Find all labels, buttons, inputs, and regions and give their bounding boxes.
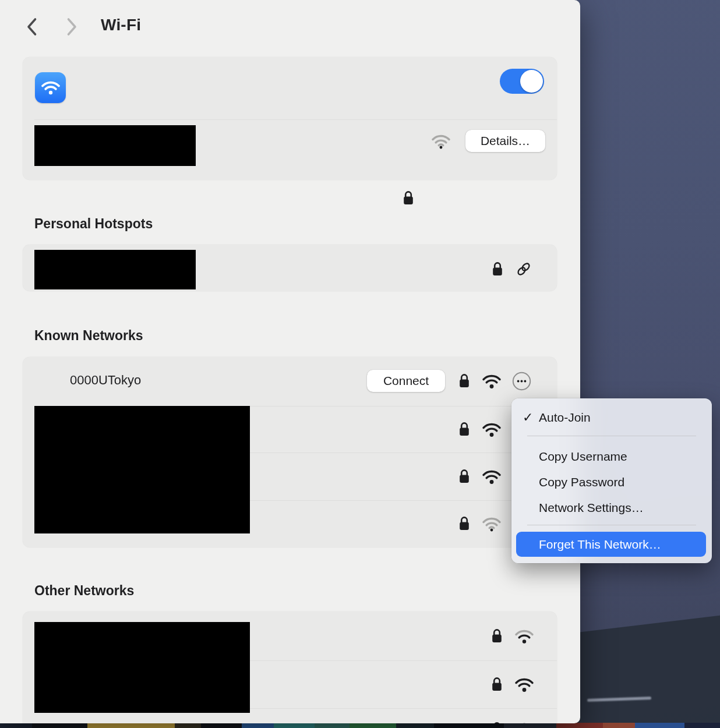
wifi-signal-icon [482, 422, 502, 440]
redacted-network-name [34, 125, 196, 166]
dock-icon [315, 723, 350, 728]
dock-icon [32, 723, 87, 728]
details-button[interactable]: Details… [465, 130, 545, 152]
menu-item-copy-username[interactable]: Copy Username [511, 444, 712, 469]
system-settings-window: Wi-Fi Wi-Fi [0, 0, 580, 723]
ellipsis-circle-icon [510, 386, 534, 395]
wifi-signal-icon [514, 722, 534, 723]
link-icon [516, 261, 531, 279]
dock-icon [603, 723, 635, 728]
dock-icon [201, 723, 242, 728]
menu-item-label: Auto-Join [539, 411, 591, 425]
more-options-button[interactable] [510, 369, 534, 395]
back-button[interactable] [23, 16, 41, 38]
lock-icon [458, 515, 470, 534]
lock-icon [458, 421, 470, 440]
dock-icon [556, 723, 603, 728]
checkmark-icon: ✓ [523, 410, 533, 425]
menu-item-label: Copy Password [539, 475, 624, 489]
redacted-network-names [34, 622, 250, 713]
lock-icon [491, 676, 503, 695]
lock-icon [403, 190, 414, 208]
menu-item-auto-join[interactable]: ✓ Auto-Join [511, 405, 712, 430]
redacted-hotspot-name [34, 250, 196, 289]
dock-icon [0, 723, 32, 728]
dock-icon [635, 723, 684, 728]
wifi-toggle-card: Wi-Fi Details… [23, 57, 557, 180]
forward-button[interactable] [63, 16, 80, 38]
known-networks-card: 0000UTokyo Connect [23, 357, 557, 547]
wifi-signal-icon [482, 469, 502, 487]
lock-icon [491, 628, 503, 646]
chevron-right-icon [65, 30, 78, 38]
menu-item-label: Forget This Network… [539, 538, 661, 552]
section-heading-known-networks: Known Networks [34, 328, 143, 344]
section-heading-personal-hotspots: Personal Hotspots [34, 216, 153, 232]
menu-item-network-settings[interactable]: Network Settings… [511, 495, 712, 521]
wifi-toggle[interactable] [500, 69, 544, 94]
network-context-menu: ✓ Auto-Join Copy Username Copy Password … [511, 398, 712, 563]
network-name: 0000UTokyo [70, 373, 141, 388]
dock[interactable] [0, 723, 720, 728]
divider [34, 119, 557, 120]
section-heading-other-networks: Other Networks [34, 583, 134, 599]
menu-item-copy-password[interactable]: Copy Password [511, 469, 712, 495]
dock-icon [242, 723, 274, 728]
menu-separator [527, 525, 696, 525]
dock-icon [434, 723, 504, 728]
menu-item-label: Network Settings… [539, 501, 644, 515]
dock-icon [684, 723, 720, 728]
lock-icon [458, 373, 470, 391]
wifi-signal-icon [514, 628, 534, 646]
page-title: Wi-Fi [101, 16, 141, 34]
personal-hotspots-card [23, 245, 557, 291]
other-networks-card [23, 612, 557, 723]
chevron-left-icon [26, 30, 38, 38]
wifi-signal-icon [482, 373, 502, 391]
menu-item-label: Copy Username [539, 450, 627, 464]
lock-icon [491, 721, 503, 723]
wifi-signal-icon [482, 516, 502, 534]
wifi-signal-icon [514, 677, 534, 695]
toggle-knob [520, 70, 543, 93]
dock-icon [504, 723, 556, 728]
dock-icon [175, 723, 201, 728]
redacted-network-names [34, 406, 250, 533]
wifi-app-icon [35, 72, 66, 103]
dock-icon [350, 723, 396, 728]
connect-button[interactable]: Connect [367, 370, 445, 392]
menu-item-forget-this-network[interactable]: Forget This Network… [516, 532, 706, 557]
dock-icon [274, 723, 315, 728]
lock-icon [492, 261, 503, 280]
dock-icon [396, 723, 434, 728]
lock-icon [458, 468, 470, 487]
menu-separator [527, 436, 696, 436]
dock-icon [87, 723, 175, 728]
wifi-signal-icon [431, 133, 451, 151]
